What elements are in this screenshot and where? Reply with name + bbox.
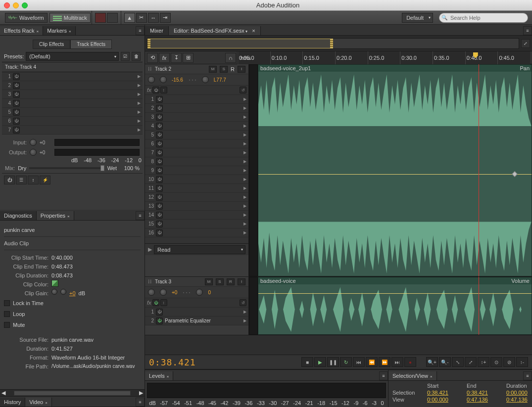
vol-automation-line[interactable] [258,293,532,294]
fx-slot[interactable]: 12⏻▶ [145,193,248,202]
zoom-in-icon[interactable]: 🔍+ [426,357,438,367]
chevron-right-icon[interactable]: ▶ [138,110,141,114]
fx-slot[interactable]: 8⏻▶ [145,157,248,166]
mute-button[interactable]: M [209,66,217,73]
time-ruler[interactable]: hms 0:05.0 0:10.0 0:15.0 0:20.0 0:25.0 0… [237,51,530,64]
fx-slot[interactable]: 16⏻▶ [145,228,248,237]
effect-slot[interactable]: 7⏻▶ [2,126,143,135]
fx-slot[interactable]: 6⏻▶ [145,139,248,148]
zoom-out-point-icon[interactable]: ⊘ [503,357,515,367]
chevron-right-icon[interactable]: ▶ [138,74,141,79]
fx-slot[interactable]: 9⏻▶ [145,166,248,175]
power-icon[interactable]: ⏻ [156,203,163,210]
slip-tool[interactable]: ↔ [148,13,159,23]
zoom-out-icon[interactable]: 🔍- [439,357,451,367]
power-icon[interactable]: ⏻ [13,118,20,125]
view-end[interactable]: 0:47.136 [467,397,501,403]
panel-menu-icon[interactable]: ≡ [136,211,145,220]
play-button[interactable]: ▶ [314,357,326,367]
solo-button[interactable]: S [220,66,228,73]
record-arm-button[interactable]: R [231,66,235,72]
zoom-fit-icon[interactable]: ⤢ [521,39,530,48]
playhead[interactable] [479,277,479,335]
fx-slot[interactable]: 11⏻▶ [145,184,248,193]
fx-slot[interactable]: 7⏻▶ [145,148,248,157]
chevron-down-icon[interactable] [245,28,247,34]
clip-color-swatch[interactable] [51,280,58,287]
record-button[interactable]: ● [404,357,416,367]
rack-list-button[interactable]: ☰ [16,176,27,184]
gain-knob[interactable] [51,289,57,295]
history-tab[interactable]: History [0,398,25,407]
effect-slot[interactable]: 3⏻▶ [2,90,143,99]
gain-knob-2[interactable] [60,289,66,295]
close-window-button[interactable] [4,2,10,8]
chevron-right-icon[interactable]: ▶ [138,92,141,96]
fx-slot[interactable]: 10⏻▶ [145,175,248,184]
clip-end-value[interactable]: 0:48.473 [51,262,73,271]
mix-slider[interactable] [29,167,104,169]
sel-end[interactable]: 0:38.421 [467,390,501,396]
power-icon[interactable]: ⏻ [156,309,163,316]
fx-slot[interactable]: 1⏻▶ [145,95,248,104]
volume-display[interactable]: +0 [172,290,177,295]
chevron-right-icon[interactable]: ▶ [138,83,141,88]
fx-slot[interactable]: 3⏻▶ [145,113,248,122]
power-icon[interactable]: ⏻ [13,73,20,80]
view-start[interactable]: 0:00.000 [427,397,462,403]
fx-reset-icon[interactable]: ↺ [240,299,246,306]
chevron-right-icon[interactable]: ▶ [138,101,141,105]
track2-content[interactable]: badseed-voice_2up1 Pan [258,64,532,276]
pan-display[interactable]: L77.7 [214,77,226,83]
pan-knob[interactable] [202,76,209,83]
power-icon[interactable]: ⏻ [156,105,163,112]
mix-pct[interactable]: 100 % [120,165,140,171]
zoom-in-v-icon[interactable]: ↕+ [478,357,489,367]
pan-automation-line[interactable] [258,174,532,175]
rack-apply-button[interactable]: ⚡ [40,176,50,184]
sel-start[interactable]: 0:38.421 [427,390,462,396]
power-icon[interactable]: ⏻ [156,96,163,103]
overview-navigator[interactable] [147,38,519,49]
power-icon[interactable]: ⏻ [156,317,163,324]
effect-slot[interactable]: 6⏻▶ [2,117,143,126]
time-select-tool[interactable]: ⇥ [160,13,171,23]
power-icon[interactable]: ⏻ [156,194,163,201]
diagnostics-tab[interactable]: Diagnostics [0,211,37,220]
snap-button[interactable]: ∩ [225,53,236,63]
fx-slot[interactable]: 14⏻▶ [145,211,248,220]
power-icon[interactable]: ⏻ [13,82,20,89]
effect-slot[interactable]: 4⏻▶ [2,99,143,108]
loop-checkbox[interactable] [4,311,10,317]
fx-prepost-icon[interactable]: ↕ [160,87,167,93]
editor-tool-3[interactable]: ↧ [171,53,182,63]
waveform-mode-button[interactable]: Waveform [5,13,48,23]
zoom-out-v-icon[interactable]: ↕- [516,357,528,367]
power-icon[interactable]: ⏻ [156,158,163,165]
mixer-tab[interactable]: Mixer [145,26,169,35]
razor-tool[interactable]: ✂ [136,13,147,23]
fx-slot[interactable]: 4⏻▶ [145,122,248,131]
panel-menu-icon[interactable]: ≡ [523,26,532,35]
levels-tab[interactable]: Levels× [145,371,173,380]
spectral-toggle-2[interactable] [107,13,118,23]
minimize-window-button[interactable] [13,2,19,8]
volume-knob[interactable] [148,289,155,296]
panel-menu-icon[interactable]: ≡ [136,398,145,407]
record-arm-button[interactable]: R [227,278,235,285]
power-icon[interactable]: ⏻ [156,114,163,121]
audio-clip[interactable]: badseed-voice Volume [258,277,532,335]
loop-button[interactable]: ↻ [340,357,352,367]
volume-knob-2[interactable] [160,76,167,83]
rack-prepost-button[interactable]: ↕ [28,176,39,184]
volume-knob-2[interactable] [160,289,167,296]
pan-knob[interactable] [196,289,203,296]
fx-slot[interactable]: 13⏻▶ [145,202,248,211]
editor-tool-1[interactable]: ⟲ [147,53,158,63]
track-handle-icon[interactable]: ⁞⁞ [148,66,152,72]
panel-menu-icon[interactable]: ≡ [379,371,388,380]
presets-dropdown[interactable]: (Default) [26,52,119,61]
effect-slot[interactable]: 5⏻▶ [2,108,143,117]
search-help-input[interactable]: Search Help [439,13,528,23]
fx-power-icon[interactable]: ⏻ [152,299,159,306]
